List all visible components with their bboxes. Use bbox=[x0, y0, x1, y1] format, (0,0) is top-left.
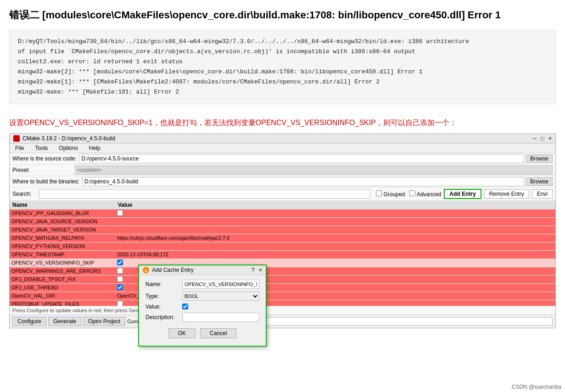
table-row: OpenCV_HAL_DIROpenCV_HAL bbox=[10, 292, 555, 300]
table-row: OPENCV_MATHJAX_RELPATHhttps://cdnjs.clou… bbox=[10, 234, 555, 243]
table-cell-name: OPENCV_VS_VERSIONINFO_SKIP bbox=[10, 259, 115, 266]
table-cell-name: OPENCV_MATHJAX_RELPATH bbox=[10, 235, 115, 241]
minimize-icon[interactable]: ─ bbox=[533, 135, 537, 142]
close-icon[interactable]: × bbox=[548, 135, 552, 142]
table-cell-name: OPJ_USE_THREAD bbox=[10, 284, 115, 291]
table-row-checkbox[interactable] bbox=[117, 301, 123, 306]
dialog-type-select[interactable]: BOOL bbox=[182, 292, 259, 301]
table-cell-value: 2020-12-19T04:08:17Z bbox=[115, 251, 555, 258]
menu-tools[interactable]: Tools bbox=[33, 144, 50, 152]
open-project-button[interactable]: Open Project bbox=[83, 317, 125, 326]
dialog-name-label: Name: bbox=[145, 281, 182, 287]
col-name-header: Name bbox=[12, 202, 118, 208]
dialog-buttons: OK Cancel bbox=[145, 325, 259, 341]
table-row: PROTOBUF_UPDATE_FILES bbox=[10, 300, 555, 306]
csdn-footer: CSDN @xuechanba bbox=[508, 382, 565, 392]
build-browse-button[interactable]: Browse bbox=[526, 177, 553, 186]
advanced-label: Advanced bbox=[409, 190, 441, 198]
table-row-checkbox[interactable] bbox=[117, 284, 123, 290]
source-row: Where is the source code: Browse bbox=[10, 153, 555, 165]
cmake-table-body: OPENCV_IPP_GAUSSIAN_BLUROPENCV_JAVA_SOUR… bbox=[10, 210, 555, 306]
table-cell-value bbox=[115, 221, 555, 222]
preset-input[interactable] bbox=[75, 166, 553, 175]
error-box: D:/myQT/Tools/mingw730_64/bin/../lib/gcc… bbox=[9, 30, 556, 105]
error-title: 错误二 [modules\core\CMakeFiles\opencv_core… bbox=[9, 8, 556, 22]
error-line-1: D:/myQT/Tools/mingw730_64/bin/../lib/gcc… bbox=[18, 37, 547, 47]
dialog-type-label: Type: bbox=[145, 293, 182, 299]
advanced-checkbox[interactable] bbox=[409, 190, 415, 196]
table-cell-name: PROTOBUF_UPDATE_FILES bbox=[10, 301, 115, 306]
table-row: OPENCV_TIMESTAMP2020-12-19T04:08:17Z bbox=[10, 251, 555, 259]
col-value-header: Value bbox=[118, 202, 553, 208]
menu-help[interactable]: Help bbox=[87, 144, 102, 152]
cmake-titlebar-left: CMake 3.19.2 - D:/opencv_4.5.0-build bbox=[13, 135, 115, 142]
remove-entry-button[interactable]: Remove Entry bbox=[484, 189, 529, 199]
table-cell-name: OpenCV_HAL_DIR bbox=[10, 293, 115, 299]
table-row: OPENCV_PYTHON3_VERSION bbox=[10, 243, 555, 251]
table-cell-name: OPENCV_JAVA_TARGET_VERSION bbox=[10, 226, 115, 233]
dialog-titlebar-left: ▲ Add Cache Entry bbox=[143, 267, 194, 273]
checkbox-group: Grouped Advanced bbox=[376, 190, 441, 198]
table-row-checkbox[interactable] bbox=[117, 276, 123, 282]
table-row: OPENCV_WARNINGS_ARE_ERRORS bbox=[10, 267, 555, 276]
generate-button[interactable]: Generate bbox=[48, 317, 81, 326]
search-input[interactable] bbox=[39, 189, 370, 199]
dialog-value-label: Value: bbox=[145, 304, 182, 310]
dialog-question-icon[interactable]: ? bbox=[252, 267, 255, 273]
table-cell-value bbox=[115, 246, 555, 247]
build-input[interactable] bbox=[82, 177, 524, 186]
dialog-ok-button[interactable]: OK bbox=[168, 328, 196, 338]
source-browse-button[interactable]: Browse bbox=[526, 155, 553, 163]
table-cell-name: OPENCV_WARNINGS_ARE_ERRORS bbox=[10, 268, 115, 274]
dialog-name-field: Name: bbox=[145, 280, 259, 289]
table-cell-name: OPENCV_IPP_GAUSSIAN_BLUR bbox=[10, 210, 115, 216]
dialog-title: Add Cache Entry bbox=[152, 267, 194, 273]
desc-text: 设置OPENCV_VS_VERSIONINFO_SKIP=1，也就是打勾，若无法… bbox=[9, 117, 556, 129]
build-row: Where to build the binaries: Browse bbox=[10, 176, 555, 188]
warning-icon: ▲ bbox=[143, 267, 149, 273]
dialog-value-checkbox[interactable] bbox=[182, 304, 188, 309]
error-line-2: of input file `CMakeFiles/opencv_core.di… bbox=[18, 47, 547, 57]
table-row-checkbox[interactable] bbox=[117, 210, 123, 216]
menu-file[interactable]: File bbox=[13, 144, 26, 152]
table-cell-name: OPENCV_JAVA_SOURCE_VERSION bbox=[10, 218, 115, 225]
configure-button[interactable]: Configure bbox=[12, 317, 46, 326]
cmake-window: CMake 3.19.2 - D:/opencv_4.5.0-build ─ □… bbox=[9, 133, 556, 328]
table-cell-value: https://cdnjs.cloudflare.com/ajax/libs/m… bbox=[115, 235, 555, 241]
page-container: 错误二 [modules\core\CMakeFiles\opencv_core… bbox=[0, 0, 565, 328]
env-button[interactable]: Envi bbox=[532, 189, 553, 199]
dialog-description-input[interactable] bbox=[182, 313, 259, 322]
maximize-icon[interactable]: □ bbox=[541, 135, 544, 142]
add-entry-button[interactable]: Add Entry bbox=[444, 189, 481, 199]
dialog-controls: ? × bbox=[252, 267, 262, 273]
error-line-3: collect2.exe: error: ld returned 1 exit … bbox=[18, 57, 547, 67]
dialog-description-field: Description: bbox=[145, 313, 259, 322]
add-cache-entry-dialog: ▲ Add Cache Entry ? × Name: Type: bbox=[138, 265, 267, 347]
menu-options[interactable]: Options bbox=[57, 144, 79, 152]
cmake-bottom-bar: Configure Generate Open Project Current … bbox=[10, 315, 555, 328]
table-row: OPENCV_JAVA_SOURCE_VERSION bbox=[10, 218, 555, 226]
desc-section: 设置OPENCV_VS_VERSIONINFO_SKIP=1，也就是打勾，若无法… bbox=[0, 109, 565, 133]
error-line-6: mingw32-make: *** [Makefile:181: all] Er… bbox=[18, 87, 547, 97]
cmake-titlebar: CMake 3.19.2 - D:/opencv_4.5.0-build ─ □… bbox=[10, 134, 555, 144]
table-cell-name: OPENCV_PYTHON3_VERSION bbox=[10, 243, 115, 249]
table-cell-name: OPJ_DISABLE_TPSOT_FIX bbox=[10, 276, 115, 282]
dialog-close-icon[interactable]: × bbox=[259, 267, 262, 273]
dialog-name-input[interactable] bbox=[182, 280, 259, 289]
table-cell-value bbox=[115, 229, 555, 230]
cmake-menubar: File Tools Options Help bbox=[10, 144, 555, 153]
table-cell-value bbox=[115, 210, 555, 217]
table-row: OPJ_USE_THREAD bbox=[10, 284, 555, 292]
table-header: Name Value bbox=[10, 201, 555, 210]
error-section: 错误二 [modules\core\CMakeFiles\opencv_core… bbox=[0, 0, 565, 109]
table-row-checkbox[interactable] bbox=[117, 268, 123, 274]
dialog-body: Name: Type: BOOL Value: Descript bbox=[139, 275, 266, 346]
dialog-value-field: Value: bbox=[145, 304, 259, 310]
dialog-cancel-button[interactable]: Cancel bbox=[200, 328, 236, 338]
source-input[interactable] bbox=[79, 154, 524, 163]
preset-label: Preset: bbox=[12, 167, 72, 173]
table-row-checkbox[interactable] bbox=[117, 259, 123, 265]
table-row: OPJ_DISABLE_TPSOT_FIX bbox=[10, 276, 555, 284]
grouped-checkbox[interactable] bbox=[376, 190, 382, 196]
grouped-label: Grouped bbox=[376, 190, 405, 198]
